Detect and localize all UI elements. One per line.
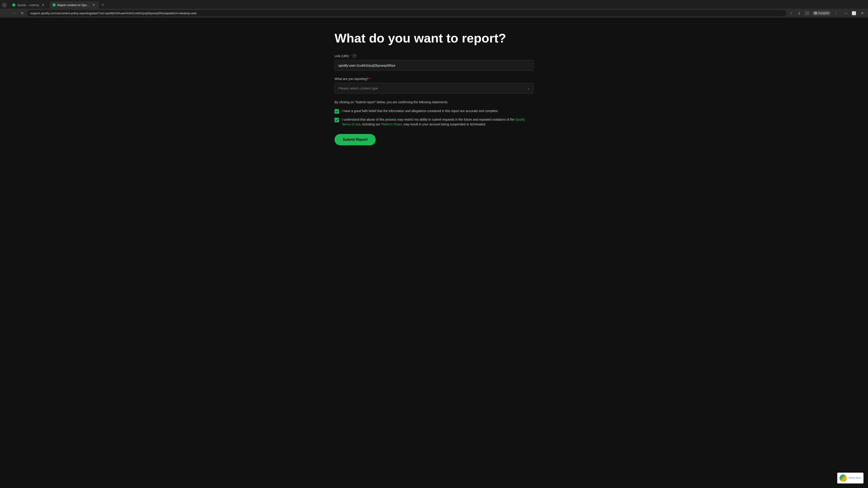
bookmark-button[interactable]: ☆ xyxy=(788,10,794,16)
checkbox-1-label: I have a good faith belief that the info… xyxy=(342,109,498,113)
link-help-icon[interactable]: ? xyxy=(352,54,356,58)
link-uri-input[interactable] xyxy=(335,60,533,71)
tab-bar: ⌄ Spotify – esternp ✕ Report content on … xyxy=(0,0,868,8)
new-tab-button[interactable]: + xyxy=(100,2,106,8)
checkbox-group: I have a good faith belief that the info… xyxy=(335,109,533,127)
tab-report[interactable]: Report content on Spotify ✕ xyxy=(49,1,99,8)
report-favicon xyxy=(53,3,56,6)
link-required-star: * xyxy=(350,54,351,58)
checkbox-2-label: I understand that abuse of this process … xyxy=(342,117,533,127)
reporting-form-group: What are you reporting? * Please select … xyxy=(335,77,533,94)
page-title: What do you want to report? xyxy=(335,31,533,45)
consent-text: By clicking on “Submit report” below, yo… xyxy=(335,100,533,105)
tab-spotify-close[interactable]: ✕ xyxy=(41,3,45,7)
reporting-label: What are you reporting? * xyxy=(335,77,533,80)
reporting-select-wrapper: Please select content type ⌄ xyxy=(335,83,533,94)
recaptcha-text: Privacy Terms xyxy=(848,477,861,480)
maximize-button[interactable]: ⬜ xyxy=(851,10,857,16)
checkbox-2[interactable] xyxy=(335,118,339,122)
browser-chrome: ⌄ Spotify – esternp ✕ Report content on … xyxy=(0,0,868,18)
link-form-group: Link (URI) * ? xyxy=(335,54,533,71)
address-bar-input[interactable] xyxy=(27,10,786,16)
checkbox-row-1: I have a good faith belief that the info… xyxy=(335,109,533,113)
link-label: Link (URI) * ? xyxy=(335,54,533,58)
close-window-button[interactable]: ✕ xyxy=(859,10,865,16)
tab-spotify[interactable]: Spotify – esternp ✕ xyxy=(9,1,49,8)
tab-report-close[interactable]: ✕ xyxy=(92,3,96,7)
spotify-terms-link[interactable]: Spotify Terms of Use xyxy=(342,118,525,126)
address-bar-row: ← → ↻ ☆ ⇓ ⬛ Incognito ⋮ — ⬜ ✕ xyxy=(0,8,868,18)
tab-left-controls: ⌄ xyxy=(2,2,7,7)
download-button[interactable]: ⇓ xyxy=(796,10,802,16)
tab-spotify-label: Spotify – esternp xyxy=(17,3,39,7)
checkbox-1[interactable] xyxy=(335,109,339,113)
platform-rules-link[interactable]: Platform Rules xyxy=(381,123,402,126)
forward-button[interactable]: → xyxy=(11,10,17,16)
tab-list-button[interactable]: ⌄ xyxy=(2,2,7,7)
incognito-label: Incognito xyxy=(818,11,829,15)
submit-report-button[interactable]: Submit Report xyxy=(335,134,376,145)
recaptcha-privacy-link[interactable]: Privacy xyxy=(848,477,855,479)
recaptcha-badge: Privacy Terms xyxy=(837,473,864,484)
checkbox-row-2: I understand that abuse of this process … xyxy=(335,117,533,127)
tab-report-label: Report content on Spotify xyxy=(57,3,90,7)
extensions-button[interactable]: ⬛ xyxy=(804,10,810,16)
reporting-required-star: * xyxy=(370,77,371,80)
recaptcha-terms-link[interactable]: Terms xyxy=(856,477,862,479)
spotify-favicon xyxy=(12,3,16,6)
toolbar-right: ☆ ⇓ ⬛ Incognito ⋮ xyxy=(788,10,839,16)
back-button[interactable]: ← xyxy=(3,10,9,16)
minimize-button[interactable]: — xyxy=(843,10,849,16)
page-content: What do you want to report? Link (URI) *… xyxy=(326,18,542,168)
incognito-badge: Incognito xyxy=(812,11,831,15)
recaptcha-logo xyxy=(839,475,847,482)
window-controls: — ⬜ ✕ xyxy=(843,10,865,16)
refresh-button[interactable]: ↻ xyxy=(19,10,25,16)
menu-button[interactable]: ⋮ xyxy=(833,10,839,16)
reporting-select[interactable]: Please select content type xyxy=(335,83,533,94)
